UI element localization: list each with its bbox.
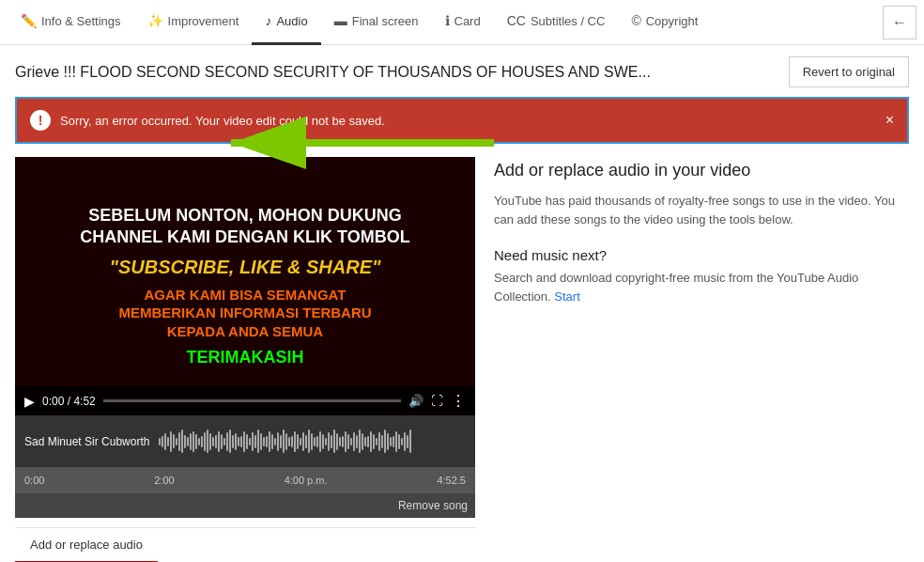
right-panel: Add or replace audio in your video YouTu… (494, 157, 909, 562)
timeline-labels: 0:00 2:00 4:00 p.m. 4:52.5 (24, 475, 466, 486)
waveform-bar (240, 436, 242, 447)
waveform-bar (305, 435, 307, 448)
waveform-bar (195, 434, 197, 449)
waveform-bar (266, 436, 268, 447)
need-music-title: Need music next? (494, 247, 909, 263)
waveform-bar (362, 433, 363, 450)
more-options-button[interactable]: ⋮ (451, 392, 466, 410)
remove-song-bar: Remove song (15, 493, 475, 518)
waveform-bar (387, 433, 389, 450)
fullscreen-button[interactable]: ⛶ (431, 394, 443, 408)
waveform-bar (238, 437, 239, 446)
waveform-bar (376, 438, 377, 445)
music-icon: ♪ (265, 13, 271, 28)
waveform-bar (229, 429, 231, 453)
top-navigation: ✏️ Info & Settings ✨ Improvement ♪ Audio… (0, 0, 924, 45)
tab-improvement[interactable]: ✨ Improvement (134, 0, 253, 45)
remove-song-button[interactable]: Remove song (398, 499, 468, 512)
waveform-bar (325, 438, 327, 445)
waveform-bar (390, 437, 392, 446)
waveform-bar (223, 438, 225, 445)
video-controls: ▶ 0:00 / 4:52 🔊 ⛶ ⋮ (15, 386, 475, 415)
waveform-bar (291, 436, 293, 447)
video-text-line1: SEBELUM NONTON, MOHON DUKUNGCHANNEL KAMI… (80, 205, 409, 249)
tab-audio[interactable]: ♪ Audio (252, 0, 320, 45)
waveform-bar (339, 437, 341, 446)
video-text-line2: "SUBSCRIBE, LIKE & SHARE" (110, 257, 381, 278)
waveform-bar (277, 432, 279, 451)
header-row: Grieve !!! FLOOD SECOND SECOND SECURITY … (15, 56, 909, 87)
bottom-tab-area: Add or replace audio (15, 527, 475, 562)
video-title: Grieve !!! FLOOD SECOND SECOND SECURITY … (15, 64, 789, 81)
back-button[interactable]: ← (883, 6, 916, 39)
tab-subtitles[interactable]: CC Subtitles / CC (494, 0, 619, 45)
waveform-bar (393, 436, 394, 447)
waveform-bar (353, 432, 355, 451)
waveform-bar (192, 431, 194, 452)
waveform-bar (257, 429, 259, 453)
time-display: 0:00 / 4:52 (42, 395, 96, 408)
error-close-button[interactable]: × (886, 113, 894, 128)
waveform-bar (167, 437, 169, 446)
waveform-bar (333, 429, 335, 453)
cc-icon: CC (507, 13, 526, 28)
pencil-icon: ✏️ (21, 13, 37, 28)
waveform-bar (201, 436, 203, 447)
waveform-bar (395, 431, 397, 452)
tab-info[interactable]: ✏️ Info & Settings (8, 0, 134, 45)
waveform-bar (331, 435, 332, 448)
waveform-bar (409, 429, 411, 453)
error-icon: ! (30, 110, 51, 131)
waveform-bar (319, 431, 321, 452)
waveform-bar (359, 429, 361, 453)
waveform-bar (373, 434, 375, 449)
waveform-bar (370, 431, 372, 452)
waveform-bar (322, 434, 324, 449)
waveform-bar (367, 436, 369, 447)
waveform-bar (221, 434, 223, 449)
tab-copyright[interactable]: © Copyright (618, 0, 711, 45)
play-button[interactable]: ▶ (24, 394, 35, 409)
waveform-bar (252, 432, 254, 451)
waveform-bar (269, 431, 270, 452)
tab-card[interactable]: ℹ Card (432, 0, 494, 45)
volume-button[interactable]: 🔊 (408, 394, 424, 408)
video-text-line4: TERIMAKASIH (187, 348, 304, 367)
waveform-bar (190, 433, 192, 450)
video-text-line3: AGAR KAMI BISA SEMANGATMEMBERIKAN INFORM… (118, 286, 371, 341)
tab-final-screen[interactable]: ▬ Final screen (321, 0, 432, 45)
waveform-bar (209, 433, 211, 450)
need-music-description: Search and download copyright-free music… (494, 269, 909, 305)
waveform-bar (350, 438, 352, 445)
content-area: Grieve !!! FLOOD SECOND SECOND SECURITY … (0, 45, 924, 562)
waveform-bar (336, 433, 338, 450)
main-layout: SEBELUM NONTON, MOHON DUKUNGCHANNEL KAMI… (15, 157, 909, 562)
timeline-bar: 0:00 2:00 4:00 p.m. 4:52.5 (15, 467, 475, 493)
progress-bar[interactable] (103, 399, 401, 402)
waveform-bar (285, 433, 287, 450)
right-panel-title: Add or replace audio in your video (494, 161, 909, 180)
start-link[interactable]: Start (554, 289, 579, 304)
revert-button[interactable]: Revert to original (789, 56, 909, 87)
waveform-bar (328, 432, 330, 451)
waveform-bar (288, 437, 290, 446)
waveform-bar (212, 437, 214, 446)
waveform-bar (260, 433, 262, 450)
waveform-bar (176, 438, 177, 445)
waveform-bar (345, 431, 346, 452)
waveform-visual (159, 428, 466, 456)
waveform-bar (381, 435, 383, 448)
improvement-icon: ✨ (147, 13, 163, 28)
waveform-bar (243, 431, 245, 452)
add-replace-audio-tab[interactable]: Add or replace audio (15, 528, 158, 562)
waveform-bar (283, 429, 285, 453)
waveform-bar (347, 434, 349, 449)
waveform-bar (164, 433, 166, 450)
video-player[interactable]: SEBELUM NONTON, MOHON DUKUNGCHANNEL KAMI… (15, 157, 475, 415)
waveform-bar (308, 429, 310, 453)
waveform-bar (294, 431, 296, 452)
waveform-bar (170, 431, 172, 452)
waveform-bar (364, 437, 366, 446)
waveform-bar (404, 432, 406, 451)
waveform-bar (302, 432, 304, 451)
